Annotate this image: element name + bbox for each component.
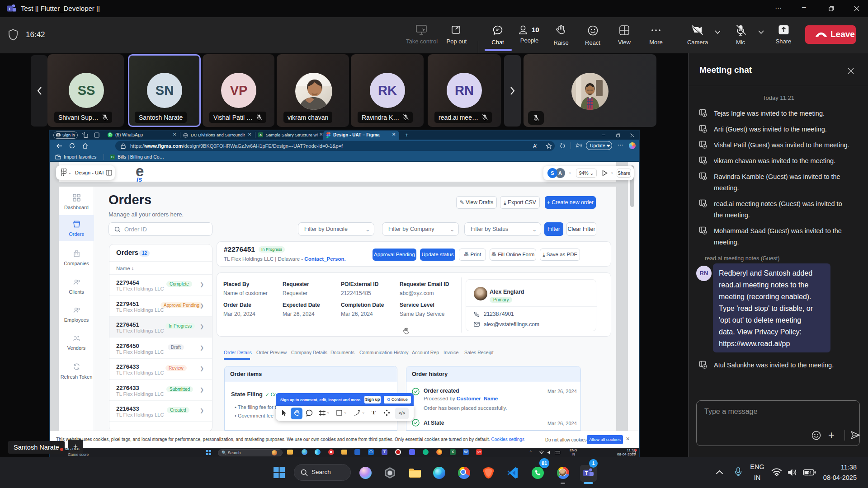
svg-text:T: T <box>9 6 11 11</box>
svg-text:10: 10 <box>532 26 539 33</box>
svg-text:T: T <box>585 470 588 476</box>
